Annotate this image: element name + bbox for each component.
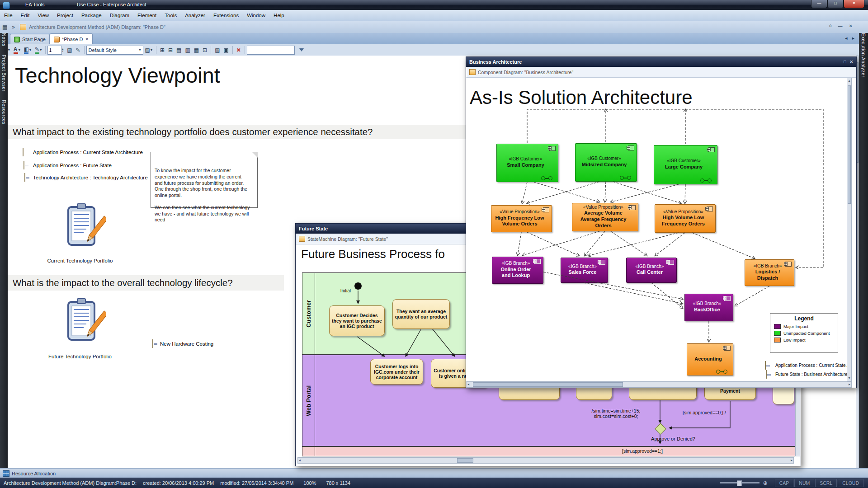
scroll-lock-indicator: SCRL xyxy=(815,479,837,487)
window-titlebar[interactable]: EA Tools Use Case - Enterprise Architect… xyxy=(0,0,868,10)
delete-button[interactable]: ✕ xyxy=(235,47,243,54)
align-right-button[interactable]: ⊟ xyxy=(166,47,175,54)
dock-tab-label: Execution Analyzer xyxy=(861,33,866,77)
resource-allocation-bar[interactable]: Resource Allocation xyxy=(0,468,868,478)
eyedropper-button[interactable]: ✎ xyxy=(74,47,82,54)
font-color-button[interactable]: A▾ xyxy=(12,46,22,54)
same-size-button[interactable]: ⊡ xyxy=(201,47,209,54)
maximize-button[interactable]: □ xyxy=(827,0,844,8)
initial-label: Initial xyxy=(327,288,351,293)
resource-allocation-icon xyxy=(3,470,9,477)
line-color-button[interactable]: ✎▾ xyxy=(33,46,43,54)
dock-tab-resources[interactable]: Resources xyxy=(0,100,8,127)
window-maximize-icon[interactable]: □ xyxy=(844,60,846,64)
spin-down-icon[interactable]: ▾ xyxy=(62,50,63,52)
tab-close-icon[interactable]: ✕ xyxy=(85,37,89,42)
dock-tab-label: Resources xyxy=(1,100,7,125)
tab-phase-d[interactable]: *Phase D ✕ xyxy=(50,33,93,45)
left-dock-strip: Notes Project Browser Resources xyxy=(0,33,8,468)
num-lock-indicator: NUM xyxy=(794,479,814,487)
technology-portfolio-icon[interactable] xyxy=(61,203,106,253)
tab-label: *Phase D xyxy=(62,37,83,42)
align-left-button[interactable]: ⊞ xyxy=(158,47,166,54)
style-dropdown-value: Default Style xyxy=(89,47,117,53)
quick-access-label: EA Tools xyxy=(25,2,45,7)
align-top-button[interactable]: ▤ xyxy=(175,47,183,54)
overflow-chevrons-icon[interactable]: » xyxy=(9,23,17,31)
menu-edit[interactable]: Edit xyxy=(17,11,34,20)
minimize-button[interactable]: — xyxy=(811,0,827,8)
app-icon xyxy=(3,2,10,9)
element-link[interactable]: Application Process : Future State xyxy=(33,163,112,168)
autolayout-button[interactable]: ▧ xyxy=(213,47,222,54)
space-evenly-button[interactable]: ▦ xyxy=(192,47,201,54)
question-heading: What is the impact to the overall techno… xyxy=(8,275,284,291)
ba-vertical-scrollbar[interactable]: ▴ ▾ xyxy=(847,78,852,381)
toolbar-search-input[interactable] xyxy=(247,46,295,55)
window-close-icon[interactable]: ✕ xyxy=(849,60,853,64)
state-average-quantity[interactable]: They want an average quantity of our pro… xyxy=(392,299,450,329)
phase-d-diagram-icon xyxy=(54,37,60,42)
technology-portfolio-icon[interactable] xyxy=(61,298,106,348)
tab-label: Start Page xyxy=(22,37,46,42)
navigation-toolbar: ▦ » Architecture Development Method (ADM… xyxy=(0,21,868,33)
caps-lock-indicator: CAP xyxy=(775,479,794,487)
ba-horizontal-scrollbar[interactable]: ◂ ▸ xyxy=(466,381,852,388)
menu-extensions[interactable]: Extensions xyxy=(209,11,243,20)
note-fold-corner xyxy=(252,152,258,158)
decision-label: Approve or Denied? xyxy=(632,436,714,441)
zoom-slider[interactable] xyxy=(720,482,760,483)
start-page-icon xyxy=(14,37,20,42)
window-title: Business Architecture xyxy=(469,59,522,65)
minimize-panel-icon[interactable]: — xyxy=(838,23,843,28)
tab-scroll-left-icon[interactable]: ◂ xyxy=(845,35,848,41)
diagram-options-button[interactable]: ▣ xyxy=(222,47,230,54)
element-link[interactable]: Application Process : Current State Arch… xyxy=(33,150,143,155)
note-element[interactable]: To know the impact for the customer expe… xyxy=(151,152,258,208)
element-link[interactable]: Technology Architecture : Technology Arc… xyxy=(33,175,148,180)
menu-tools[interactable]: Tools xyxy=(160,11,181,20)
dependency-lines xyxy=(466,78,847,381)
menu-window[interactable]: Window xyxy=(243,11,269,20)
dock-tab-notes[interactable]: Notes xyxy=(0,33,8,48)
menu-package[interactable]: Package xyxy=(77,11,106,20)
close-panel-icon[interactable]: ✕ xyxy=(849,23,853,28)
breadcrumb[interactable]: Component Diagram: "Business Architectur… xyxy=(478,70,573,75)
menu-project[interactable]: Project xyxy=(53,11,77,20)
workspace-icon[interactable]: ▦ xyxy=(0,23,9,31)
zoom-in-icon[interactable]: ⊕ xyxy=(763,480,768,486)
artifact-label: Future Technology Portfolio xyxy=(35,354,125,359)
component-diagram-icon xyxy=(469,69,476,75)
dock-tab-execution-analyzer[interactable]: Execution Analyzer xyxy=(859,33,868,79)
breadcrumb[interactable]: Architecture Development Method (ADM) Di… xyxy=(29,24,165,30)
format-painter-button[interactable]: ▨ xyxy=(65,47,74,54)
question-heading: What impact to the existing technology p… xyxy=(8,125,468,139)
dock-tab-project-browser[interactable]: Project Browser xyxy=(0,55,8,94)
fill-color-button[interactable]: ◧▾ xyxy=(22,46,33,54)
collapse-panel-icon[interactable]: » xyxy=(828,24,833,27)
state-customer-decides[interactable]: Customer Decides they want to purchase a… xyxy=(329,305,385,336)
business-architecture-titlebar[interactable]: Business Architecture □ ✕ xyxy=(466,57,856,67)
line-width-spinner[interactable] xyxy=(47,46,62,55)
artifact-label: Current Technology Portfolio xyxy=(35,258,125,263)
style-dropdown[interactable]: Default Style ▾ xyxy=(86,46,143,55)
align-bottom-button[interactable]: ▥ xyxy=(183,47,192,54)
business-architecture-window: Business Architecture □ ✕ Component Diag… xyxy=(466,56,857,388)
close-button[interactable]: ✕ xyxy=(844,0,864,8)
business-architecture-canvas[interactable]: As-Is Solution Architecture xyxy=(466,78,847,381)
menu-file[interactable]: File xyxy=(0,11,17,20)
filter-funnel-icon[interactable] xyxy=(297,48,306,52)
costing-icon xyxy=(152,339,153,348)
apply-style-button[interactable]: ▨▾ xyxy=(143,47,154,54)
guard-annotation: [sim.approved==0;] / xyxy=(683,410,760,415)
initial-node[interactable] xyxy=(354,282,362,290)
menu-analyzer[interactable]: Analyzer xyxy=(181,11,209,20)
tab-start-page[interactable]: Start Page xyxy=(10,34,50,45)
state-customer-login[interactable]: Customer logs into IGC.com under their c… xyxy=(370,359,423,385)
menu-view[interactable]: View xyxy=(33,11,53,20)
element-link[interactable]: New Hardware Costing xyxy=(160,341,213,347)
menu-help[interactable]: Help xyxy=(269,11,288,20)
menu-element[interactable]: Element xyxy=(133,11,160,20)
menu-diagram[interactable]: Diagram xyxy=(106,11,133,20)
tab-scroll-right-icon[interactable]: ▸ xyxy=(852,35,854,41)
